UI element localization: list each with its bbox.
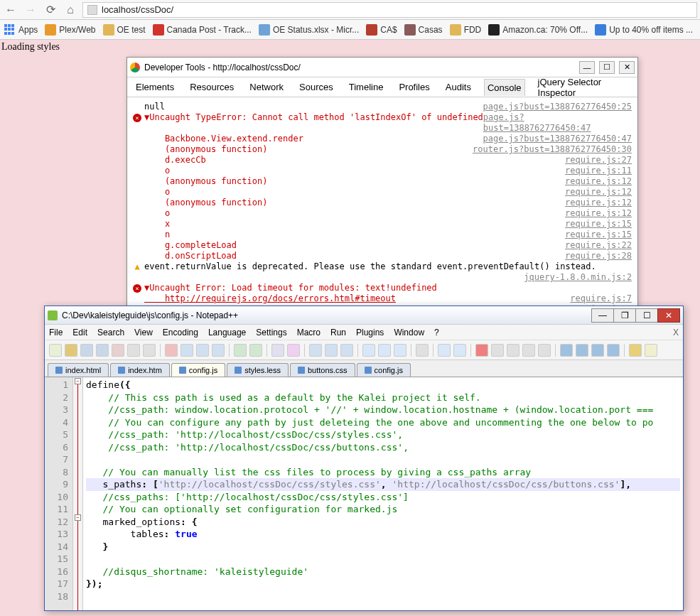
menu-item[interactable]: Macro	[297, 328, 321, 337]
editor-tab[interactable]: config.js	[357, 363, 411, 377]
toolbar-button[interactable]	[165, 344, 178, 357]
menu-item[interactable]: View	[134, 328, 153, 337]
devtools-tab[interactable]: Audits	[443, 79, 474, 95]
menu-item[interactable]: Run	[330, 328, 346, 337]
menu-item[interactable]: Plugins	[356, 328, 384, 337]
console-source-link[interactable]: require.js:12	[565, 198, 632, 208]
fold-toggle[interactable]: −	[75, 378, 81, 384]
devtools-tab[interactable]: Resources	[187, 79, 237, 95]
bookmark-item[interactable]: Up to 40% off items ...	[595, 24, 693, 36]
notepadpp-titlebar[interactable]: C:\Dev\kaleistyleguide\js\config.js - No…	[45, 306, 683, 325]
console-source-link[interactable]: require.js:22	[565, 240, 632, 251]
bookmark-item[interactable]: Plex/Web	[45, 24, 95, 36]
toolbar-button[interactable]	[65, 344, 77, 357]
console-source-link[interactable]: page.js?bust=1388762776450:25	[483, 102, 632, 112]
toolbar-button[interactable]	[271, 344, 284, 357]
menu-item[interactable]: Window	[394, 328, 424, 337]
editor-tab[interactable]: index.html	[48, 363, 109, 377]
toolbar-button[interactable]	[234, 344, 247, 357]
devtools-tab[interactable]: Sources	[296, 79, 336, 95]
toolbar-button[interactable]	[309, 344, 322, 357]
console-source-link[interactable]: require.js:12	[565, 187, 632, 198]
minimize-button[interactable]: —	[591, 308, 614, 323]
console-panel[interactable]: nullpage.js?bust=1388762776450:25×▼Uncau…	[127, 97, 637, 340]
devtools-tab[interactable]: Profiles	[396, 79, 432, 95]
console-source-link[interactable]: require.js:7	[570, 293, 632, 304]
toolbar-button[interactable]	[181, 344, 193, 357]
toolbar-button[interactable]	[49, 344, 62, 357]
toolbar-button[interactable]	[475, 344, 488, 357]
console-source-link[interactable]: require.js:12	[565, 176, 632, 187]
toolbar-button[interactable]	[560, 344, 573, 357]
toolbar-button[interactable]	[340, 344, 353, 357]
toolbar-button[interactable]	[607, 344, 620, 357]
code-content[interactable]: define({ // This css path is used as a d…	[83, 377, 683, 610]
bookmark-item[interactable]: Casas	[404, 24, 443, 36]
toolbar-button[interactable]	[576, 344, 588, 357]
bookmark-item[interactable]: OE test	[103, 24, 146, 36]
toolbar-button[interactable]	[249, 344, 262, 357]
bookmark-item[interactable]: CA$	[366, 24, 397, 36]
console-source-link[interactable]: require.js:12	[565, 208, 632, 219]
editor-area[interactable]: 123456789101112131415161718 − − define({…	[45, 377, 683, 610]
devtools-tab[interactable]: Network	[247, 79, 286, 95]
address-bar[interactable]: localhost/cssDoc/	[82, 2, 697, 18]
editor-tab[interactable]: buttons.css	[290, 363, 355, 377]
devtools-tab[interactable]: Elements	[133, 79, 177, 95]
toolbar-button[interactable]	[143, 344, 156, 357]
menu-item[interactable]: ?	[434, 328, 439, 337]
editor-tab[interactable]: config.js	[171, 363, 225, 377]
fold-margin[interactable]: − −	[73, 377, 83, 610]
bookmark-item[interactable]: FDD	[450, 24, 482, 36]
close-button[interactable]: ✕	[619, 61, 635, 74]
forward-button[interactable]: →	[23, 2, 38, 18]
toolbar-button[interactable]	[591, 344, 604, 357]
console-source-link[interactable]: require.js:28	[565, 251, 632, 261]
toolbar-button[interactable]	[507, 344, 519, 357]
bookmark-item[interactable]: Apps	[4, 24, 38, 36]
bookmark-item[interactable]: Amazon.ca: 70% Off...	[488, 24, 588, 36]
console-source-link[interactable]: require.js:27	[565, 155, 632, 166]
devtools-tab[interactable]: jQuery Selector Inspector	[535, 74, 632, 101]
console-source-link[interactable]: page.js?bust=1388762776450:47	[483, 112, 632, 134]
menu-item[interactable]: Search	[97, 328, 124, 337]
console-source-link[interactable]: page.js?bust=1388762776450:47	[483, 134, 632, 144]
toolbar-button[interactable]	[416, 344, 429, 357]
toolbar-button[interactable]	[538, 344, 551, 357]
maximize-button[interactable]: ☐	[635, 308, 658, 323]
toolbar-button[interactable]	[96, 344, 109, 357]
toolbar-button[interactable]	[645, 344, 657, 357]
toolbar-button[interactable]	[80, 344, 93, 357]
bookmark-item[interactable]: OE Status.xlsx - Micr...	[259, 24, 359, 36]
home-button[interactable]: ⌂	[63, 2, 78, 18]
editor-tab[interactable]: styles.less	[227, 363, 289, 377]
toolbar-button[interactable]	[491, 344, 504, 357]
menu-item[interactable]: Edit	[72, 328, 87, 337]
fold-toggle[interactable]: −	[75, 514, 81, 521]
menu-item[interactable]: Settings	[256, 328, 286, 337]
reload-button[interactable]: ⟳	[43, 2, 58, 18]
toolbar-button[interactable]	[196, 344, 209, 357]
toolbar-button[interactable]	[212, 344, 225, 357]
minimize-button[interactable]: —	[579, 61, 595, 74]
devtools-tab[interactable]: Timeline	[346, 79, 387, 95]
menu-item[interactable]: Encoding	[163, 328, 198, 337]
toolbar-button[interactable]	[362, 344, 375, 357]
close-button[interactable]: ✕	[657, 308, 680, 323]
toolbar-button[interactable]	[325, 344, 338, 357]
editor-tab[interactable]: index.htm	[110, 363, 170, 377]
console-source-link[interactable]: require.js:15	[565, 229, 632, 240]
devtools-tab[interactable]: Console	[484, 79, 525, 96]
toolbar-button[interactable]	[287, 344, 300, 357]
toolbar-button[interactable]	[378, 344, 391, 357]
console-source-link[interactable]: jquery-1.8.0.min.js:2	[524, 272, 632, 283]
menu-item[interactable]: Language	[208, 328, 246, 337]
toolbar-button[interactable]	[522, 344, 535, 357]
console-source-link[interactable]: require.js:11	[565, 166, 632, 176]
toolbar-button[interactable]	[629, 344, 642, 357]
console-source-link[interactable]: router.js?bust=1388762776450:30	[473, 144, 632, 155]
toolbar-button[interactable]	[112, 344, 124, 357]
maximize-button[interactable]: ☐	[599, 61, 615, 74]
toolbar-button[interactable]	[438, 344, 451, 357]
bookmark-item[interactable]: Canada Post - Track...	[153, 24, 252, 36]
